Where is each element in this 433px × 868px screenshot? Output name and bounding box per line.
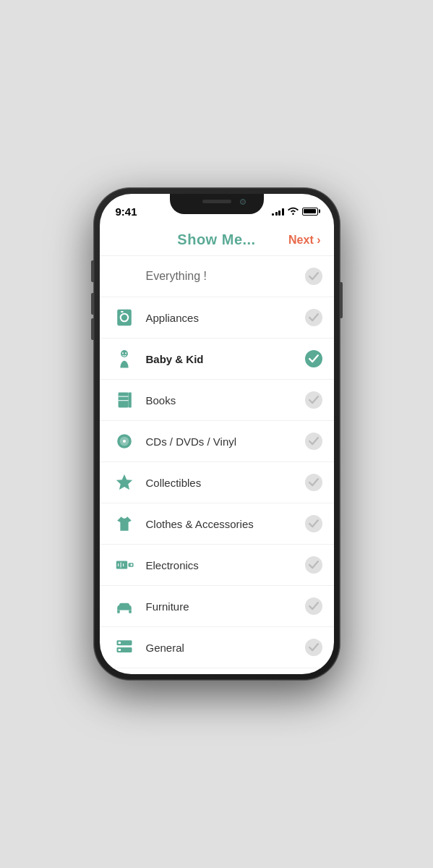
check-icon <box>305 639 322 656</box>
page-title: Show Me... <box>177 231 255 248</box>
signal-icon <box>272 207 284 216</box>
svg-rect-23 <box>129 610 132 613</box>
category-list: Everything ! Appliances <box>100 256 334 668</box>
item-label: CDs / DVDs / Vinyl <box>146 435 305 448</box>
check-icon <box>305 433 322 450</box>
svg-rect-3 <box>121 311 124 312</box>
item-label: Collectibles <box>146 477 305 489</box>
item-label: Clothes & Accessories <box>146 518 305 530</box>
svg-rect-26 <box>118 642 121 644</box>
svg-point-6 <box>125 352 127 354</box>
check-icon <box>305 515 322 532</box>
appliances-icon <box>111 305 137 331</box>
item-label: Appliances <box>146 312 305 324</box>
list-item[interactable]: CDs / DVDs / Vinyl <box>100 421 334 462</box>
wifi-icon <box>288 206 299 217</box>
list-item[interactable]: Furniture <box>100 586 334 627</box>
general-icon <box>111 634 137 660</box>
phone-notch <box>170 194 264 214</box>
list-item[interactable]: Books <box>100 380 334 421</box>
check-icon <box>305 268 322 285</box>
svg-point-2 <box>121 315 127 320</box>
list-item[interactable]: General <box>100 627 334 668</box>
svg-marker-14 <box>116 475 132 490</box>
phone-screen: 9:41 <box>100 194 334 674</box>
svg-rect-27 <box>118 649 121 651</box>
check-icon <box>305 350 322 367</box>
item-label: Electronics <box>146 559 305 571</box>
battery-icon <box>302 208 318 216</box>
svg-rect-7 <box>118 393 128 408</box>
list-item[interactable]: Everything ! <box>100 256 334 297</box>
placeholder-icon <box>111 263 137 289</box>
collectibles-icon <box>111 469 137 495</box>
speaker <box>202 200 231 203</box>
svg-rect-8 <box>128 393 131 408</box>
check-icon <box>305 597 322 615</box>
item-label: Baby & Kid <box>146 353 305 365</box>
svg-point-17 <box>130 564 132 566</box>
svg-rect-21 <box>119 603 129 608</box>
svg-point-5 <box>121 352 123 354</box>
check-icon <box>305 309 322 326</box>
list-item[interactable]: Electronics <box>100 545 334 586</box>
next-button[interactable]: Next › <box>288 234 320 247</box>
check-icon <box>305 391 322 409</box>
list-item[interactable]: Baby & Kid <box>100 339 334 380</box>
item-label: Furniture <box>146 600 305 613</box>
list-item[interactable]: Clothes & Accessories <box>100 503 334 545</box>
camera <box>240 199 246 205</box>
baby-icon <box>111 346 137 372</box>
item-label: Books <box>146 394 305 407</box>
check-icon <box>305 474 322 491</box>
list-item[interactable]: Appliances <box>100 297 334 339</box>
clothes-icon <box>111 511 137 537</box>
books-icon <box>111 387 137 413</box>
svg-rect-22 <box>117 610 120 613</box>
status-time: 9:41 <box>116 205 137 218</box>
check-icon <box>305 556 322 574</box>
cds-icon <box>111 428 137 454</box>
item-label: General <box>146 642 305 654</box>
item-label: Everything ! <box>146 270 305 283</box>
electronics-icon <box>111 552 137 578</box>
status-icons <box>272 206 318 217</box>
page-header: Show Me... Next › <box>100 224 334 256</box>
furniture-icon <box>111 593 137 619</box>
svg-point-13 <box>122 440 125 443</box>
list-item[interactable]: Collectibles <box>100 462 334 503</box>
phone-frame: 9:41 <box>94 188 340 680</box>
